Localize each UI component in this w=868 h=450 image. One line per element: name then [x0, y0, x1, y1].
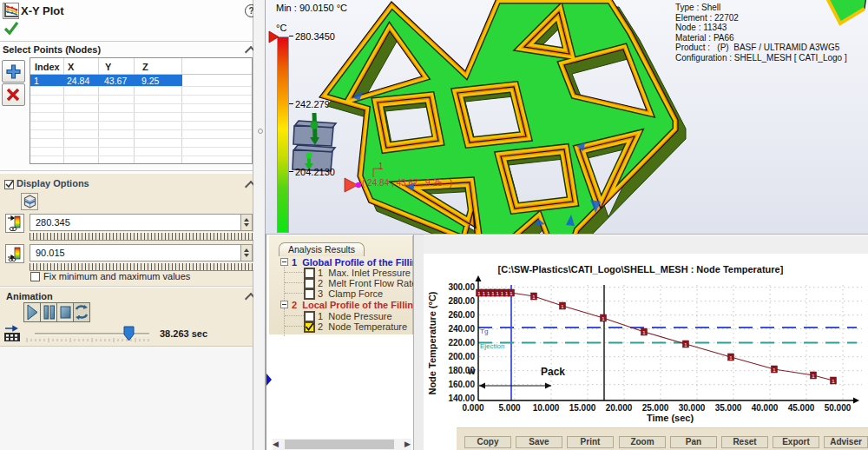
svg-text:5.000: 5.000 — [498, 403, 520, 413]
svg-text:300.00: 300.00 — [448, 282, 475, 292]
svg-text:Time (sec): Time (sec) — [647, 413, 694, 423]
svg-text:25.000: 25.000 — [642, 403, 669, 413]
svg-text:280.00: 280.00 — [448, 296, 475, 306]
svg-text:40.000: 40.000 — [752, 403, 779, 413]
svg-text:w: w — [467, 366, 476, 376]
svg-text:35.000: 35.000 — [715, 403, 742, 413]
svg-text:45.000: 45.000 — [788, 403, 815, 413]
svg-text:10.000: 10.000 — [533, 403, 560, 413]
svg-text:140.00: 140.00 — [448, 394, 475, 403]
svg-text:50.000: 50.000 — [825, 403, 852, 413]
svg-text:240.00: 240.00 — [448, 324, 475, 334]
svg-text:160.00: 160.00 — [448, 380, 475, 389]
svg-text:200.00: 200.00 — [448, 352, 475, 361]
svg-text:30.000: 30.000 — [679, 403, 706, 413]
svg-text:220.00: 220.00 — [448, 338, 475, 347]
svg-text:15.000: 15.000 — [569, 403, 596, 413]
svg-text:1: 1 — [378, 162, 384, 171]
svg-text:20.000: 20.000 — [606, 403, 633, 413]
svg-text:Pack: Pack — [541, 366, 565, 378]
svg-text:Tg: Tg — [480, 328, 488, 335]
svg-text:260.00: 260.00 — [448, 310, 475, 320]
svg-text:0.000: 0.000 — [462, 403, 483, 413]
svg-text:Ejection: Ejection — [480, 342, 504, 350]
